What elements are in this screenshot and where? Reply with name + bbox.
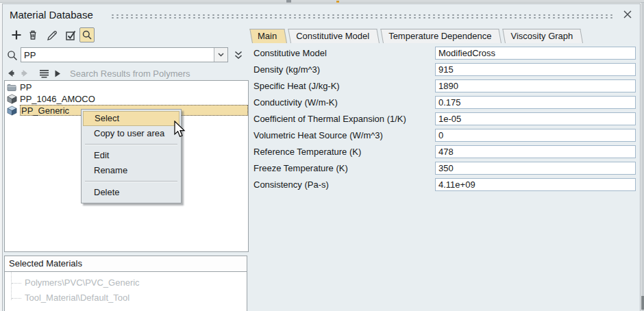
delete-material-button[interactable] (25, 27, 40, 42)
search-mode-button[interactable] (79, 27, 95, 42)
menu-item-select[interactable]: Select (83, 111, 179, 126)
field-label: Specific Heat (J/kg-K) (253, 79, 340, 92)
window-above-fragment (0, 0, 644, 3)
field-label: Coefficient of Thermal Expansion (1/K) (253, 112, 406, 125)
selected-material-item: Polymers\PVC\PVC_Generic (5, 275, 247, 290)
field-conductivity: Conductivity (W/m-K) (253, 96, 636, 109)
search-input[interactable] (21, 48, 213, 62)
specific-heat-input[interactable] (435, 79, 636, 92)
cube-gray-icon (7, 94, 17, 104)
selected-material-item: Tool_Material\Default_Tool (5, 290, 247, 306)
field-label: Volumetric Heat Source (W/m^3) (253, 129, 383, 142)
field-label: Reference Temperature (K) (253, 145, 361, 158)
plus-icon (11, 29, 22, 40)
tab-constitutive-model[interactable]: Constitutive Model (290, 29, 380, 43)
search-icon (6, 49, 18, 62)
selected-materials-list: Polymers\PVC\PVC_Generic Tool_Material\D… (5, 272, 247, 306)
search-history-dropdown[interactable] (214, 48, 227, 62)
drag-handle-dots[interactable] (110, 14, 615, 19)
menu-item-copy-to-user-area[interactable]: Copy to user area (83, 126, 179, 141)
tree-nav-bar: Search Results from Polymers (5, 67, 190, 79)
field-consistency: Consistency (Pa-s) (253, 178, 636, 191)
expand-tree-button[interactable] (52, 68, 63, 79)
advanced-search-toggle[interactable] (232, 48, 245, 62)
chevron-down-icon (218, 53, 224, 57)
volumetric-heat-source-input[interactable] (435, 129, 636, 142)
tree-item-label: PP (20, 82, 32, 92)
select-material-button[interactable] (63, 27, 78, 42)
conductivity-input[interactable] (435, 96, 636, 109)
reference-temperature-input[interactable] (435, 145, 636, 158)
field-label: Freeze Temperature (K) (253, 162, 348, 175)
folder-icon (7, 82, 17, 92)
check-square-icon (65, 29, 77, 41)
tree-item-pp[interactable]: PP (5, 82, 248, 92)
back-button[interactable] (5, 68, 16, 79)
window-above-divider (286, 0, 291, 3)
density-input[interactable] (435, 63, 636, 76)
field-volumetric-heat-source: Volumetric Heat Source (W/m^3) (253, 129, 636, 142)
menu-separator (85, 144, 177, 145)
menu-item-edit[interactable]: Edit (83, 148, 179, 163)
field-constitutive-model: Constitutive Model (253, 47, 636, 60)
close-button[interactable] (621, 8, 634, 21)
magnifier-icon (82, 29, 92, 40)
menu-separator (85, 181, 177, 182)
consistency-input[interactable] (435, 178, 636, 191)
field-specific-heat: Specific Heat (J/kg-K) (253, 79, 636, 92)
selected-materials-panel: Selected Materials Polymers\PVC\PVC_Gene… (4, 256, 247, 311)
cube-blue-icon (7, 105, 17, 116)
freeze-temperature-input[interactable] (435, 162, 636, 175)
field-label: Conductivity (W/m-K) (253, 96, 338, 109)
material-database-dialog: Material Database (2, 3, 641, 311)
window-above-marker (336, 1, 339, 3)
dialog-title: Material Database (10, 9, 93, 21)
tab-viscosity-graph[interactable]: Viscosity Graph (505, 29, 583, 43)
field-thermal-expansion: Coefficient of Thermal Expansion (1/K) (253, 112, 636, 125)
tree-item-label: PP_1046_AMOCO (20, 94, 95, 104)
field-label: Consistency (Pa-s) (253, 178, 329, 191)
screen: Material Database (0, 0, 644, 311)
trash-icon (27, 29, 38, 40)
tree-item-label: PP_Generic (21, 105, 69, 116)
field-density: Density (kg/m^3) (253, 63, 636, 76)
field-label: Constitutive Model (253, 47, 327, 60)
search-field-wrap (21, 47, 228, 62)
selected-materials-header: Selected Materials (5, 256, 247, 272)
forward-button[interactable] (19, 68, 30, 79)
field-label: Density (kg/m^3) (253, 63, 320, 76)
menu-item-delete[interactable]: Delete (83, 185, 179, 200)
thermal-expansion-input[interactable] (435, 112, 636, 125)
menu-item-rename[interactable]: Rename (83, 163, 179, 178)
mouse-cursor (173, 121, 187, 139)
constitutive-model-input[interactable] (435, 47, 636, 60)
pencil-icon (47, 29, 58, 41)
add-material-button[interactable] (9, 27, 24, 42)
search-results-label: Search Results from Polymers (70, 69, 190, 79)
list-view-button[interactable] (38, 68, 49, 79)
field-reference-temperature: Reference Temperature (K) (253, 145, 636, 158)
edit-material-button[interactable] (45, 27, 60, 42)
property-tabs: Main Constitutive Model Temperature Depe… (252, 29, 586, 43)
field-freeze-temperature: Freeze Temperature (K) (253, 162, 636, 175)
tab-temperature-dependence[interactable]: Temperature Dependence (383, 29, 501, 43)
scrollbar-thumb[interactable] (641, 296, 644, 310)
tab-main[interactable]: Main (252, 29, 287, 43)
screen-edge-strip (641, 3, 644, 311)
tree-item-pp-1046-amoco[interactable]: PP_1046_AMOCO (5, 93, 248, 104)
context-menu: Select Copy to user area Edit Rename Del… (81, 109, 182, 203)
close-icon (621, 8, 634, 21)
double-chevron-down-icon (234, 51, 243, 60)
